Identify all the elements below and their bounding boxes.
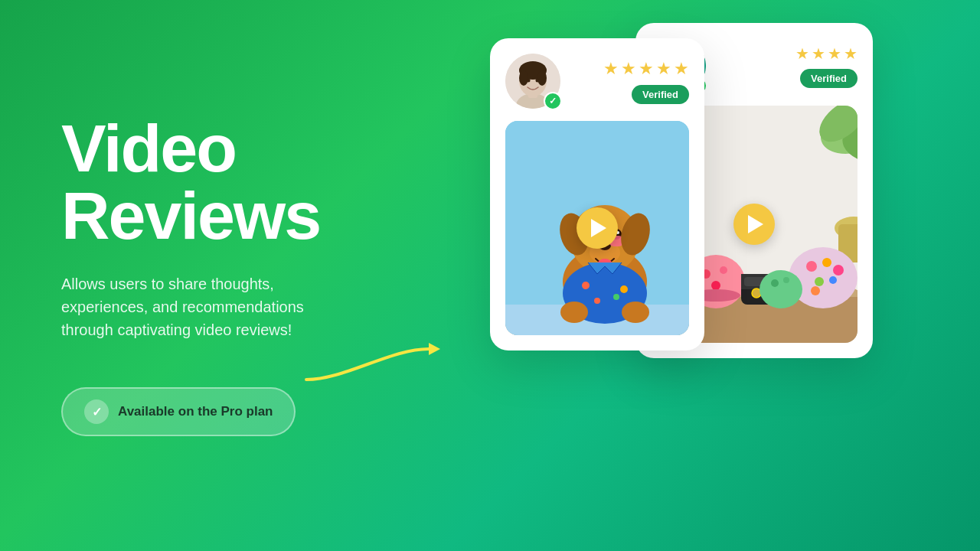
svg-point-7 [537,70,547,86]
stars-row-2: ★ ★ ★ ★ [795,44,858,63]
svg-point-29 [594,298,600,304]
star-b3: ★ [828,44,841,63]
verified-badge-1: Verified [632,85,689,104]
card-front-header: ✓ ★ ★ ★ ★ ★ Verified [505,54,689,109]
svg-point-80 [783,277,789,283]
video-thumbnail-1[interactable] [505,121,689,335]
star-b1: ★ [795,44,809,63]
star-b4: ★ [844,44,858,63]
left-section: Video Reviews Allows users to share thou… [0,69,429,482]
svg-point-76 [829,276,837,284]
right-section: ✓ ★ ★ ★ ★ ★ Verified [429,0,980,551]
svg-point-73 [822,258,831,267]
stars-row-1: ★ ★ ★ ★ ★ [603,59,689,79]
star-1: ★ [603,59,619,79]
verified-badge-2: Verified [800,69,858,88]
play-icon-2 [748,215,763,233]
svg-point-77 [811,286,820,295]
star-3: ★ [639,59,654,79]
svg-point-27 [582,282,590,289]
hero-title-line2: Reviews [61,178,320,253]
svg-point-72 [806,261,817,272]
star-4: ★ [656,59,671,79]
svg-point-9 [536,79,540,83]
svg-point-75 [815,277,824,286]
pro-plan-label: Available on the Pro plan [118,404,273,419]
card-back-rating: ★ ★ ★ ★ Verified [795,44,858,88]
arrow-icon [299,334,452,395]
hero-description: Allows users to share thoughts, experien… [61,272,352,341]
card-front-rating: ★ ★ ★ ★ ★ Verified [603,59,689,104]
pro-plan-badge[interactable]: ✓ Available on the Pro plan [61,387,296,436]
pro-plan-check-icon: ✓ [84,399,109,424]
svg-point-78 [760,270,802,308]
svg-point-63 [720,266,727,274]
hero-title-line1: Video [61,110,236,186]
svg-point-31 [560,302,588,323]
arrow-container [299,334,452,398]
star-5: ★ [674,59,689,79]
svg-marker-0 [429,343,440,355]
svg-point-64 [711,281,720,290]
svg-point-74 [833,265,844,276]
review-card-front: ✓ ★ ★ ★ ★ ★ Verified [490,38,704,350]
star-b2: ★ [812,44,825,63]
main-container: Video Reviews Allows users to share thou… [0,0,980,551]
svg-point-8 [527,79,531,83]
hero-title: Video Reviews [61,115,368,249]
svg-point-6 [519,70,528,86]
svg-point-28 [620,285,628,293]
star-2: ★ [621,59,636,79]
svg-point-30 [613,294,619,300]
play-button-1[interactable] [577,207,618,249]
play-icon-1 [591,219,606,237]
svg-point-79 [771,279,779,287]
play-button-2[interactable] [733,204,775,245]
svg-point-32 [622,302,649,323]
avatar-container-1: ✓ [505,54,560,109]
avatar-verified-icon-1: ✓ [544,92,562,110]
